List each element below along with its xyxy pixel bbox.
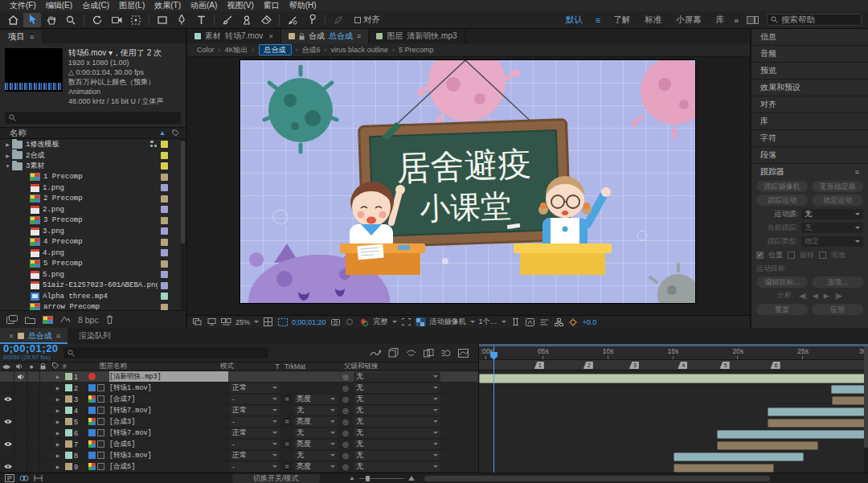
solo-toggle[interactable] (27, 383, 40, 393)
project-item-row[interactable]: 4.png (0, 248, 186, 259)
layer-color-chip[interactable] (63, 429, 74, 436)
label-color-chip[interactable] (161, 239, 168, 246)
close-tab-icon[interactable]: × (268, 32, 273, 41)
project-scrollbar[interactable] (181, 139, 185, 310)
show-snapshot-icon[interactable] (345, 317, 355, 326)
audio-toggle[interactable] (14, 371, 27, 382)
timeline-zoom-control[interactable] (349, 476, 415, 481)
position-checkbox[interactable]: ✓ (756, 252, 764, 259)
trkmat-column-label[interactable]: TrkMat (283, 362, 330, 370)
shy-layers-icon[interactable] (406, 349, 416, 357)
current-track-dropdown[interactable]: 无 (801, 223, 863, 233)
project-column-header[interactable]: 名称 ▲ (0, 127, 186, 139)
right-panel-tab[interactable]: 字符 (751, 130, 868, 147)
solo-toggle[interactable] (27, 428, 40, 438)
audio-toggle[interactable] (14, 394, 27, 404)
label-color-chip[interactable] (161, 249, 168, 256)
composition-marker[interactable]: 5 (720, 362, 730, 369)
project-item-row[interactable]: 2.png (0, 204, 186, 215)
footage-thumbnail[interactable] (5, 48, 63, 92)
preserve-transparency-toggle[interactable]: = (281, 418, 293, 425)
stabilize-motion-button[interactable]: 稳定运动 (812, 194, 863, 206)
label-color-chip[interactable] (161, 282, 168, 289)
layer-twirl-icon[interactable]: ▶ (53, 430, 63, 436)
menu-item[interactable]: 帮助(H) (285, 0, 321, 11)
blend-mode-dropdown[interactable]: - (228, 417, 281, 427)
camera-tool-icon[interactable] (108, 13, 125, 27)
workspace-panel-icon[interactable] (747, 16, 759, 24)
workspace-tab[interactable]: 了解 (612, 14, 632, 26)
workspace-overflow-icon[interactable]: » (734, 15, 739, 25)
project-item-row[interactable]: 1 Precomp (0, 172, 186, 183)
reset-button[interactable]: 重置 (756, 304, 808, 315)
project-item-row[interactable]: 5.png (0, 269, 186, 280)
breadcrumb-item[interactable]: Color (197, 46, 215, 54)
grid-guides-icon[interactable] (263, 317, 273, 326)
comp-mini-flowchart-icon[interactable] (370, 349, 381, 358)
parent-link-column-label[interactable]: 父级和链接 (342, 362, 432, 371)
visibility-toggle[interactable] (2, 439, 14, 449)
track-matte-dropdown[interactable]: 亮度 (293, 440, 339, 449)
camera-menu[interactable]: 活动摄像机 (430, 317, 466, 327)
transfer-controls-pane-icon[interactable] (19, 474, 29, 482)
analyze-forward-one-icon[interactable]: |▶ (835, 292, 842, 300)
workspace-tab[interactable]: 标准 (643, 14, 663, 26)
menu-item[interactable]: 编辑(E) (41, 0, 77, 11)
label-color-chip[interactable] (161, 184, 168, 191)
composition-marker-row[interactable]: 123456 (479, 360, 868, 370)
in-out-pane-icon[interactable] (34, 474, 43, 482)
layer-name-column-label[interactable]: 图层名称 (77, 362, 219, 371)
analyze-backward-icon[interactable]: ◀ (813, 292, 818, 300)
timeline-layer-row[interactable]: ▶3[合成7]-=亮度◎无 (0, 394, 478, 405)
solo-toggle[interactable] (27, 416, 40, 427)
timeline-comp-tab[interactable]: × 总合成 ≡ (0, 328, 68, 344)
workspace-tab[interactable]: 默认 (564, 14, 584, 26)
composition-marker[interactable]: 4 (678, 362, 687, 369)
project-item-row[interactable]: 3 Precomp (0, 215, 186, 227)
parent-pickwhip-icon[interactable]: ◎ (339, 407, 352, 415)
layer-color-chip[interactable] (63, 407, 74, 414)
timeline-layer-row[interactable]: ▶6[转场7.mov]正常无◎无 (0, 428, 478, 439)
lock-toggle[interactable] (40, 394, 53, 404)
zoom-slider[interactable] (359, 478, 404, 479)
edit-target-button[interactable]: 编辑目标... (756, 276, 808, 288)
layer-color-chip[interactable] (63, 452, 74, 459)
mask-feather-icon[interactable] (330, 13, 347, 27)
pan-behind-tool-icon[interactable] (127, 13, 145, 27)
snapshot-icon[interactable] (330, 317, 341, 326)
exposure-value[interactable]: +0.0 (583, 318, 597, 326)
apply-button[interactable]: 应用 (812, 304, 863, 315)
breadcrumb-item[interactable]: 4K输出 (225, 45, 248, 55)
composition-viewer-tab[interactable]: 合成总合成 ≡ (281, 29, 369, 43)
solo-toggle[interactable] (27, 461, 40, 472)
twirl-icon[interactable]: ▶ (3, 141, 12, 147)
track-type-dropdown[interactable]: 稳定 (801, 236, 863, 247)
layer-switches-pane-icon[interactable] (5, 474, 14, 482)
render-queue-tab[interactable]: 渲染队列 (68, 328, 122, 344)
right-panel-tab[interactable]: 音频 (751, 46, 868, 63)
rotation-tool-icon[interactable] (88, 13, 106, 27)
project-item-row[interactable]: 2 Precomp (0, 194, 186, 205)
layer-duration-bar[interactable] (831, 385, 868, 394)
visibility-toggle[interactable] (2, 394, 14, 404)
zoom-tool-icon[interactable] (62, 13, 80, 27)
breadcrumb-item[interactable]: 总合成 (259, 44, 292, 55)
timeline-vertical-scrollbar[interactable] (864, 346, 868, 473)
project-item-row[interactable]: 51aiz-E1257023-601ABEBA.png (0, 280, 186, 292)
visibility-toggle[interactable] (2, 371, 14, 382)
layer-twirl-icon[interactable]: ▶ (53, 441, 63, 447)
layer-twirl-icon[interactable]: ▶ (53, 419, 63, 424)
mask-visibility-icon[interactable] (277, 317, 288, 326)
shape-tool-icon[interactable] (154, 13, 171, 27)
pixel-aspect-icon[interactable] (510, 317, 521, 326)
motion-source-dropdown[interactable]: 无 (801, 209, 863, 219)
twirl-icon[interactable]: ▶ (3, 153, 12, 158)
blend-mode-dropdown[interactable]: - (228, 440, 281, 449)
label-color-chip[interactable] (161, 304, 168, 310)
clone-stamp-tool-icon[interactable] (238, 13, 256, 27)
project-item-row[interactable]: arrow Precomp (0, 302, 186, 311)
mode-column-label[interactable]: 模式 (219, 362, 272, 371)
workspace-menu-icon[interactable]: ≡ (596, 15, 600, 25)
right-panel-tab[interactable]: 信息 (751, 29, 868, 46)
audio-toggle[interactable] (14, 405, 27, 415)
